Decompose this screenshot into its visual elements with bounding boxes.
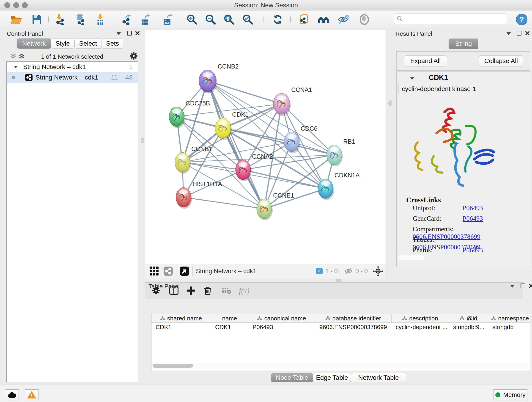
zoom-out-button[interactable] [204,13,217,26]
network-row[interactable]: String Network – cdk1 11 48 [7,72,138,83]
import-table-icon [95,14,106,25]
table-cell[interactable]: 9606.ENSP00000378699 [315,323,392,332]
tab-string[interactable]: String [449,38,478,49]
selected-checkbox-icon[interactable]: ✓ [316,268,323,274]
first-neighbors-button[interactable] [317,13,330,26]
network-collection-row[interactable]: String Network – cdk1 1 [7,62,138,72]
results-panel-close-button[interactable] [525,31,530,36]
save-session-button[interactable] [31,13,43,26]
column-header-namespace[interactable]: namespace [488,314,530,322]
tab-network[interactable]: Network [17,38,51,49]
results-panel-float-button[interactable] [517,31,521,36]
network-share-badge-icon[interactable] [163,266,173,276]
tab-style[interactable]: Style [51,38,75,49]
function-builder-button[interactable]: f(x) [239,287,249,295]
column-header-name[interactable]: name [211,314,248,322]
fit-selected-crosshair-icon[interactable] [373,266,383,276]
birdseye-view-icon[interactable] [180,266,189,276]
tab-node-table[interactable]: Node Table [271,373,313,382]
memory-button[interactable]: Memory [494,389,527,400]
table-hscrollbar-thumb[interactable] [152,364,193,368]
control-panel-float-button[interactable] [127,31,132,36]
new-network-from-selection-button[interactable] [298,13,310,26]
collapse-all-button[interactable]: Collapse All [479,56,523,66]
control-panel-menu-button[interactable] [116,32,121,35]
column-header-label: @id [467,315,477,322]
column-header-shared-name[interactable]: shared name [152,314,211,322]
search-bar[interactable] [394,13,507,24]
graph-edge-CCNA2-CDKN1A[interactable] [243,170,326,189]
search-input[interactable] [405,14,507,23]
collection-expand-icon[interactable] [14,66,18,68]
results-panel-menu-button[interactable] [506,32,511,35]
table-panel-menu-button[interactable] [510,285,515,288]
delete-table-button[interactable] [219,284,234,298]
network-options-gear-icon[interactable] [130,52,138,60]
apply-layout-button[interactable] [271,13,284,26]
bottom-splitter-grip[interactable] [336,279,341,282]
graph-node-CCNE1[interactable]: CCNE1 [257,192,294,220]
show-all-button[interactable] [358,13,371,26]
graph-node-CDKN1A[interactable]: CDKN1A [318,172,360,200]
control-panel-close-button[interactable] [135,31,140,36]
network-canvas[interactable]: CCNB2CCNA1CDC25BCDK1CDC6RB1CCNB1CCNA2CDK… [145,30,387,264]
column-header-database-identifier[interactable]: database identifier [315,314,392,322]
delete-column-button[interactable] [201,284,215,298]
table-panel-close-button[interactable] [529,283,532,288]
table-hscrollbar-track[interactable] [152,363,529,369]
table-cell[interactable]: cyclin-dependent ... [392,323,449,332]
table-cell[interactable]: CDK1 [152,323,211,332]
graph-edge-CCNB2-CCNA1[interactable] [208,81,282,104]
graph-node-RB1[interactable]: RB1 [327,138,355,166]
export-network-button[interactable] [120,13,133,26]
crosslink-link[interactable]: P06493 [462,215,483,222]
crosslink-row: Uniprot:P06493 [413,204,483,212]
import-network-database-button[interactable] [73,13,86,26]
table-cell[interactable]: stringdb:9... [449,323,488,332]
left-splitter-grip[interactable] [141,138,144,143]
zoom-fit-button[interactable] [223,13,235,26]
zoom-in-button[interactable] [186,13,198,26]
tab-network-table[interactable]: Network Table [351,373,406,382]
column-header-description[interactable]: description [392,314,449,322]
expand-all-button[interactable]: Expand All [404,56,447,66]
crosslink-row: GeneCard:P06493 [413,215,483,222]
entry-hscrollbar-thumb[interactable] [398,255,424,260]
node-label-CDK1: CDK1 [232,111,249,118]
crosslink-link[interactable]: P06493 [462,246,483,254]
tab-edge-table[interactable]: Edge Table [313,373,351,382]
graph-edge-CCNB1-CCNA2[interactable] [182,162,243,170]
grid-view-icon[interactable] [149,266,159,276]
hide-selected-button[interactable] [336,13,349,26]
graph-edge-CCNB2-CCNE1[interactable] [208,81,264,209]
open-session-button[interactable] [10,13,22,26]
table-row[interactable]: CDK1CDK1P064939606.ENSP00000378699cyclin… [152,323,530,332]
graph-edge-HIST1H1A-CCNE1[interactable] [184,197,264,209]
crosslink-link[interactable]: P06493 [462,204,483,211]
table-panel-float-button[interactable] [520,283,525,288]
warnings-button[interactable] [25,389,38,400]
zoom-selected-button[interactable] [241,13,254,26]
create-column-button[interactable] [184,284,198,298]
table-cell[interactable]: P06493 [248,323,315,332]
hidden-eye-icon[interactable] [344,268,353,275]
import-network-file-button[interactable] [53,13,66,26]
graph-edge-CCNB2-RB1[interactable] [208,81,334,155]
table-cell[interactable]: stringdb [488,323,530,332]
table-cell[interactable]: CDK1 [211,323,248,332]
graph-node-CCNA1[interactable]: CCNA1 [273,86,312,116]
node-label-RB1: RB1 [343,138,355,145]
cloud-status-button[interactable] [5,389,19,400]
crosslink-label: Pharos: [413,246,462,254]
entry-collapse-icon[interactable] [410,77,414,80]
tab-select[interactable]: Select [75,38,102,49]
right-splitter-grip[interactable] [388,100,392,106]
help-button[interactable]: ? [515,13,528,26]
import-table-button[interactable] [94,13,107,26]
delete-table-icon [222,287,231,294]
tab-sets[interactable]: Sets [102,38,123,49]
column-header-canonical-name[interactable]: canonical name [248,314,315,322]
column-header--id[interactable]: @id [449,314,488,322]
export-table-button[interactable] [139,13,152,26]
export-image-button[interactable] [161,13,173,26]
